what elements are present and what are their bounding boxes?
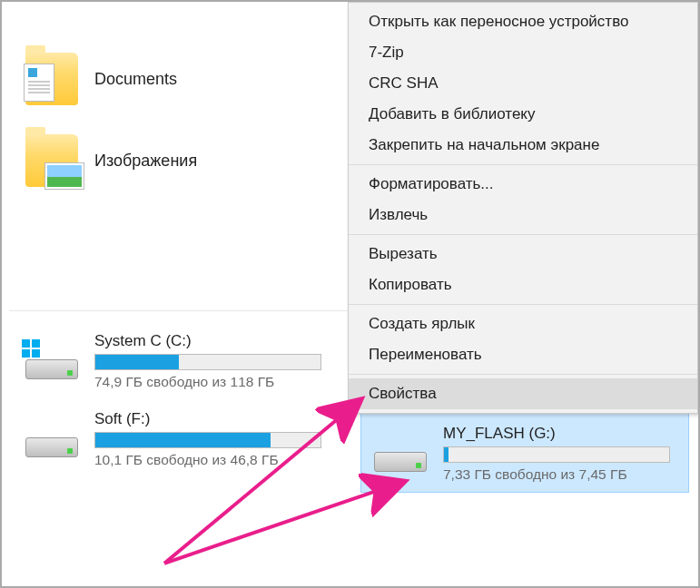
folder-label: Documents: [94, 70, 177, 89]
folders-section: Documents Изображения: [9, 38, 327, 201]
explorer-window: Documents Изображения System C (C:) 74,9…: [2, 2, 698, 586]
context-menu-item[interactable]: Вырезать: [349, 239, 697, 270]
drive-icon: [25, 343, 78, 379]
drive-my-flash[interactable]: MY_FLASH (G:) 7,33 ГБ свободно из 7,45 Г…: [361, 414, 688, 492]
svg-line-1: [164, 482, 403, 564]
context-menu-separator: [349, 164, 697, 165]
folder-icon: [25, 53, 78, 105]
folder-icon: [25, 134, 78, 187]
capacity-bar: [94, 432, 321, 448]
context-menu-item[interactable]: Создать ярлык: [349, 309, 697, 339]
windows-logo-icon: [22, 339, 42, 359]
folder-documents[interactable]: Documents: [9, 38, 327, 120]
drive-free-text: 7,33 ГБ свободно из 7,45 ГБ: [443, 466, 672, 483]
context-menu-item[interactable]: 7-Zip: [349, 37, 697, 68]
context-menu[interactable]: Открыть как переносное устройство7-ZipCR…: [348, 2, 698, 414]
context-menu-item[interactable]: Форматировать...: [349, 169, 697, 200]
context-menu-item[interactable]: Открыть как переносное устройство: [349, 6, 697, 37]
folder-label: Изображения: [94, 152, 197, 171]
context-menu-item[interactable]: Закрепить на начальном экране: [349, 130, 697, 161]
folder-images[interactable]: Изображения: [9, 120, 327, 201]
capacity-bar: [94, 354, 321, 370]
context-menu-separator: [349, 304, 697, 305]
context-menu-item[interactable]: CRC SHA: [349, 68, 697, 99]
context-menu-item[interactable]: Добавить в библиотеку: [349, 99, 697, 130]
capacity-bar: [443, 446, 670, 463]
drive-my-flash-wrap: MY_FLASH (G:) 7,33 ГБ свободно из 7,45 Г…: [361, 414, 688, 492]
context-menu-separator: [349, 234, 697, 235]
drive-icon: [374, 436, 427, 472]
context-menu-item[interactable]: Свойства: [349, 378, 697, 409]
context-menu-item[interactable]: Переименовать: [349, 339, 697, 370]
drive-icon: [25, 421, 78, 457]
drive-name: MY_FLASH (G:): [443, 425, 672, 443]
context-menu-separator: [349, 374, 697, 375]
context-menu-item[interactable]: Извлечь: [349, 200, 697, 230]
context-menu-item[interactable]: Копировать: [349, 270, 697, 300]
